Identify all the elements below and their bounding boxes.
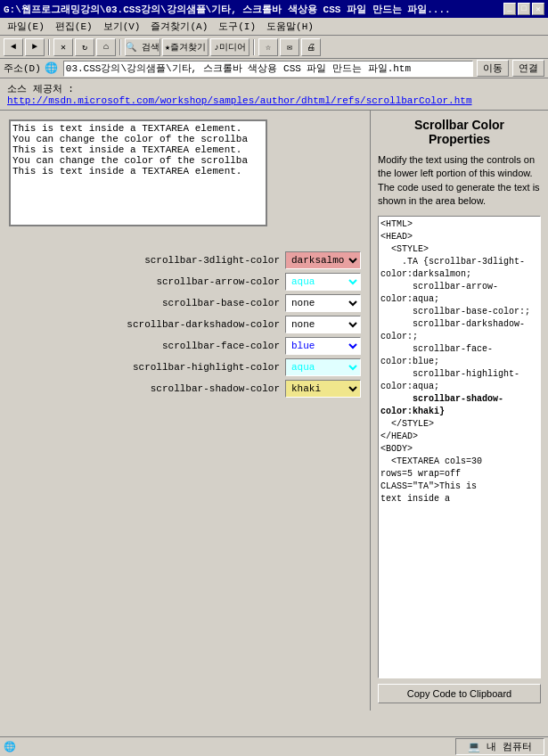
minimize-button[interactable]: _	[503, 3, 516, 15]
right-panel-description: Modify the text using the controls on th…	[378, 153, 541, 209]
window-title: G:\웹프로그래밍강의\03.CSS강의\강의샘플\기타, 스크롤바 색상용 C…	[4, 3, 451, 16]
status-bar: 🌐 💻 내 컴퓨터	[0, 736, 548, 756]
status-globe-icon: 🌐	[4, 741, 16, 752]
menu-view[interactable]: 보기(V)	[98, 18, 146, 35]
menu-help[interactable]: 도움말(H)	[261, 18, 319, 35]
ctrl-select-arrow[interactable]: aqua none blue darksalmon khaki	[285, 273, 361, 291]
source-area: 소스 제공처 : http://msdn.microsoft.com/works…	[0, 78, 548, 111]
source-label: 소스 제공처 :	[7, 84, 74, 94]
forward-button[interactable]: ►	[25, 38, 45, 56]
window-controls: _ □ ✕	[503, 3, 544, 15]
menu-tools[interactable]: 도구(I)	[213, 18, 261, 35]
print-button[interactable]: 🖨	[301, 38, 321, 56]
code-display[interactable]: <HTML><HEAD> <STYLE> .TA {scrollbar-3dli…	[378, 216, 541, 678]
favorites-button[interactable]: ★즐겨찾기	[162, 38, 209, 56]
status-right: 💻 내 컴퓨터	[455, 738, 544, 755]
go-button[interactable]: 이동	[477, 60, 509, 77]
right-panel: Scrollbar ColorProperties Modify the tex…	[370, 111, 548, 711]
media-button[interactable]: ♪미디어	[210, 38, 249, 56]
ctrl-label-0: scrollbar-3dlight-color	[9, 255, 280, 266]
menu-bar: 파일(E) 편집(E) 보기(V) 즐겨찾기(A) 도구(I) 도움말(H)	[0, 18, 548, 36]
address-input[interactable]	[63, 61, 473, 77]
refresh-button[interactable]: ↻	[75, 38, 94, 56]
title-bar: G:\웹프로그래밍강의\03.CSS강의\강의샘플\기타, 스크롤바 색상용 C…	[0, 0, 548, 18]
computer-icon: 💻	[468, 742, 480, 752]
stop-button[interactable]: ✕	[53, 38, 73, 56]
copy-code-button[interactable]: Copy Code to Clipboard	[378, 684, 541, 703]
ctrl-label-5: scrollbar-highlight-color	[9, 362, 280, 373]
left-panel: This is text inside a TEXTAREA element. …	[0, 111, 370, 711]
ctrl-label-6: scrollbar-shadow-color	[9, 383, 280, 394]
ctrl-select-3dlight[interactable]: darksalmon none aqua blue khaki	[285, 251, 361, 269]
ctrl-label-1: scrollbar-arrow-color	[9, 276, 280, 287]
computer-label: 내 컴퓨터	[487, 742, 532, 752]
menu-favorites[interactable]: 즐겨찾기(A)	[145, 18, 213, 35]
ctrl-select-shadow[interactable]: khaki none aqua blue darksalmon	[285, 380, 361, 398]
ie-icon: 🌐	[45, 62, 58, 75]
menu-edit[interactable]: 편집(E)	[50, 18, 98, 35]
home-button[interactable]: ⌂	[96, 38, 116, 56]
controls-grid: scrollbar-3dlight-color darksalmon none …	[9, 251, 361, 398]
menu-file[interactable]: 파일(E)	[2, 18, 50, 35]
address-bar: 주소(D) 🌐 이동 연결	[0, 59, 548, 78]
toolbar: ◄ ► ✕ ↻ ⌂ 🔍 검색 ★즐겨찾기 ♪미디어 ☆ ✉ 🖨	[0, 36, 548, 59]
ctrl-label-3: scrollbar-darkshadow-color	[9, 319, 280, 330]
ctrl-label-4: scrollbar-face-color	[9, 341, 280, 351]
history-button[interactable]: ☆	[258, 38, 278, 56]
main-content: This is text inside a TEXTAREA element. …	[0, 111, 548, 711]
toolbar-separator-1	[48, 39, 50, 55]
status-computer: 💻 내 컴퓨터	[455, 738, 544, 755]
ctrl-select-face[interactable]: blue none aqua darksalmon khaki	[285, 337, 361, 355]
maximize-button[interactable]: □	[518, 3, 530, 15]
ctrl-select-highlight[interactable]: aqua none blue darksalmon khaki	[285, 358, 361, 376]
toolbar-separator-3	[253, 39, 255, 55]
mail-button[interactable]: ✉	[280, 38, 299, 56]
search-button[interactable]: 🔍 검색	[125, 38, 160, 56]
source-link[interactable]: http://msdn.microsoft.com/workshop/sampl…	[7, 95, 472, 106]
demo-textarea[interactable]: This is text inside a TEXTAREA element. …	[9, 119, 267, 226]
toolbar-separator-2	[119, 39, 121, 55]
close-button[interactable]: ✕	[532, 3, 544, 15]
ctrl-select-base[interactable]: none aqua blue darksalmon khaki	[285, 294, 361, 312]
back-button[interactable]: ◄	[4, 38, 23, 56]
ctrl-select-darkshadow[interactable]: none aqua blue darksalmon khaki	[285, 316, 361, 333]
ctrl-label-2: scrollbar-base-color	[9, 298, 280, 308]
address-label: 주소(D)	[4, 62, 41, 75]
links-button[interactable]: 연결	[512, 60, 544, 77]
right-panel-title: Scrollbar ColorProperties	[378, 118, 541, 146]
